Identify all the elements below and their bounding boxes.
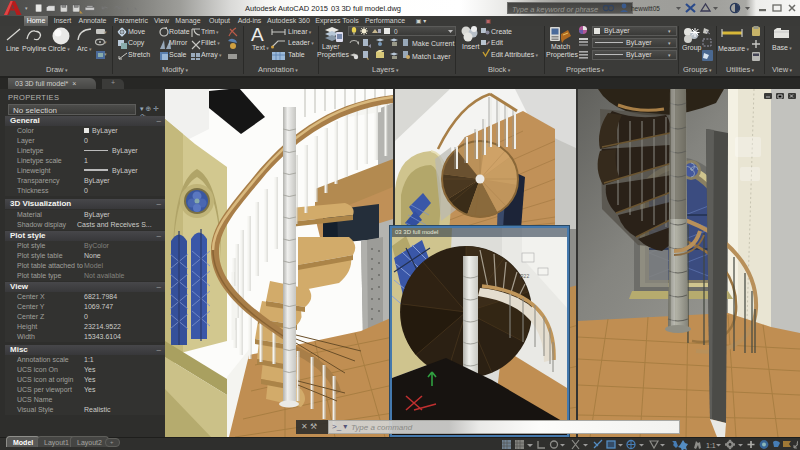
svg-text:hewwitt05: hewwitt05 <box>631 5 660 12</box>
svg-text:0: 0 <box>394 28 398 35</box>
svg-text:1:1: 1:1 <box>706 442 716 449</box>
svg-text:R22: R22 <box>520 273 529 279</box>
